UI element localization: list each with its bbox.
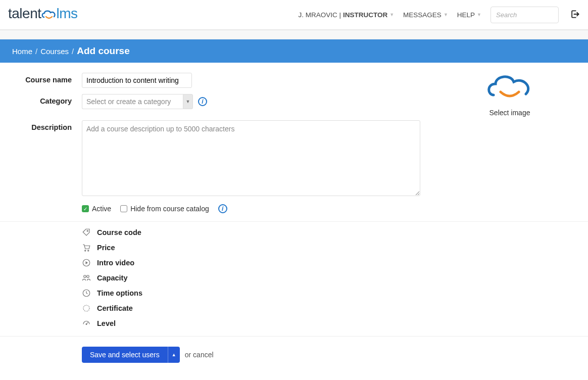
- or-text: or: [185, 351, 193, 359]
- logo-text-2: lms: [57, 6, 78, 21]
- breadcrumb-courses[interactable]: Courses: [40, 47, 69, 56]
- svg-point-8: [86, 324, 87, 325]
- or-cancel-text: or cancel: [185, 351, 214, 359]
- course-options-list: Course code Price Intro video Capacity T: [0, 225, 588, 331]
- user-name-text: J. MRAOVIC |: [298, 11, 341, 19]
- chevron-down-icon: ▼: [477, 12, 481, 17]
- option-level[interactable]: Level: [82, 316, 588, 331]
- cloud-smile-icon: [484, 70, 535, 102]
- option-label: Time options: [97, 289, 142, 297]
- category-label: Category: [0, 94, 82, 105]
- action-row: Save and select users ▲ or cancel: [0, 340, 588, 373]
- messages-label: MESSAGES: [403, 11, 442, 19]
- capacity-icon: [82, 273, 91, 282]
- option-label: Course code: [97, 228, 141, 236]
- help-menu[interactable]: HELP ▼: [457, 11, 481, 19]
- select-image-label: Select image: [447, 109, 573, 117]
- option-label: Price: [97, 244, 115, 252]
- active-label: Active: [92, 205, 111, 213]
- option-label: Capacity: [97, 274, 127, 282]
- svg-point-1: [85, 250, 86, 251]
- course-name-input[interactable]: [82, 73, 192, 88]
- active-checkbox-item[interactable]: ✓ Active: [82, 205, 111, 213]
- sub-header-strip: [0, 30, 588, 39]
- chevron-down-icon: ▼: [389, 12, 394, 17]
- hide-label: Hide from course catalog: [130, 205, 209, 213]
- svg-point-7: [83, 305, 89, 311]
- svg-point-4: [84, 275, 86, 278]
- save-button-label: Save and select users: [82, 347, 168, 363]
- search-input[interactable]: [491, 7, 559, 23]
- logo-text-1: talent: [8, 6, 41, 21]
- logo[interactable]: talent lms: [8, 6, 78, 24]
- course-image-picker[interactable]: Select image: [447, 70, 573, 117]
- app-header: talent lms J. MRAOVIC | INSTRUCTOR ▼ MES…: [0, 0, 588, 30]
- breadcrumb-separator: /: [35, 47, 37, 56]
- option-time[interactable]: Time options: [82, 286, 588, 301]
- logout-button[interactable]: [568, 9, 582, 21]
- breadcrumb-current: Add course: [77, 45, 130, 57]
- option-intro-video[interactable]: Intro video: [82, 255, 588, 270]
- role-text: INSTRUCTOR: [343, 11, 387, 19]
- option-course-code[interactable]: Course code: [82, 225, 588, 240]
- header-nav: J. MRAOVIC | INSTRUCTOR ▼ MESSAGES ▼ HEL…: [298, 7, 582, 23]
- logout-icon: [570, 9, 580, 19]
- certificate-icon: [82, 304, 91, 313]
- user-role-menu[interactable]: J. MRAOVIC | INSTRUCTOR ▼: [298, 11, 394, 19]
- option-label: Level: [97, 319, 116, 327]
- option-price[interactable]: Price: [82, 240, 588, 255]
- page-content: Course name Category Select or create a …: [0, 63, 588, 373]
- divider: [0, 221, 588, 222]
- level-icon: [82, 319, 91, 328]
- divider: [0, 336, 588, 337]
- breadcrumb-separator: /: [72, 47, 74, 56]
- breadcrumb: Home / Courses / Add course: [0, 39, 588, 63]
- svg-point-0: [87, 230, 88, 231]
- option-capacity[interactable]: Capacity: [82, 270, 588, 286]
- cart-icon: [82, 243, 91, 252]
- option-label: Intro video: [97, 259, 134, 267]
- save-and-select-users-button[interactable]: Save and select users ▲: [82, 347, 180, 363]
- option-certificate[interactable]: Certificate: [82, 301, 588, 316]
- category-placeholder: Select or create a category: [82, 94, 183, 109]
- checkbox-checked-icon: ✓: [82, 205, 89, 212]
- option-label: Certificate: [97, 304, 133, 312]
- category-info-icon[interactable]: i: [198, 97, 207, 106]
- breadcrumb-home[interactable]: Home: [12, 47, 32, 56]
- messages-menu[interactable]: MESSAGES ▼: [403, 11, 448, 19]
- logo-cloud-icon: [40, 8, 58, 24]
- chevron-down-icon[interactable]: ▼: [183, 94, 193, 109]
- chevron-down-icon: ▼: [444, 12, 448, 17]
- help-label: HELP: [457, 11, 475, 19]
- svg-point-5: [87, 275, 89, 278]
- cancel-link[interactable]: cancel: [193, 351, 213, 359]
- play-icon: [82, 258, 91, 267]
- clock-icon: [82, 289, 91, 298]
- description-label: Description: [0, 120, 82, 131]
- hide-info-icon[interactable]: i: [218, 204, 227, 213]
- description-textarea[interactable]: [82, 120, 420, 196]
- save-button-dropdown[interactable]: ▲: [168, 347, 180, 363]
- svg-point-2: [88, 250, 89, 251]
- course-name-label: Course name: [0, 73, 82, 84]
- hide-checkbox-item[interactable]: Hide from course catalog: [120, 205, 209, 213]
- category-select[interactable]: Select or create a category ▼: [82, 94, 193, 109]
- checkbox-unchecked-icon: [120, 205, 127, 212]
- tag-icon: [82, 228, 91, 237]
